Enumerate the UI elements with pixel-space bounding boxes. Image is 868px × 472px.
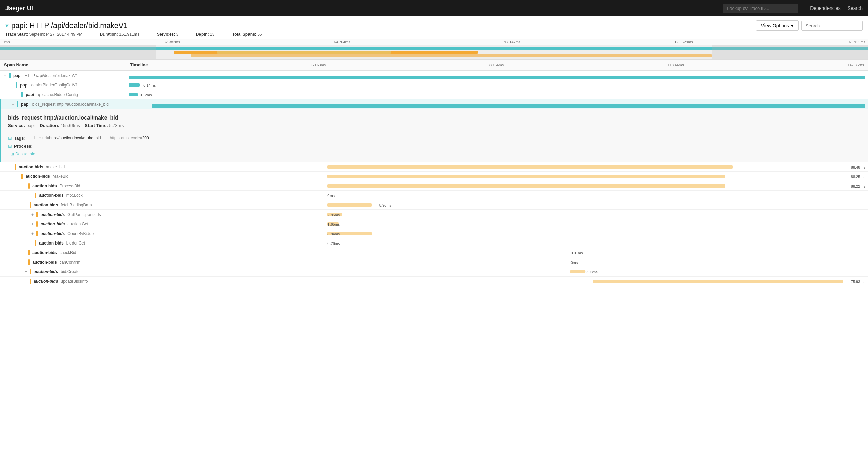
span-toggle	[25, 260, 26, 265]
span-service: auction-bids	[26, 174, 50, 179]
minimap-bar-orange-2	[191, 54, 712, 57]
span-left[interactable]: + auction-bids updateBidsInfo	[0, 277, 126, 286]
span-row-active: − papi bids_request http://auction.local…	[0, 99, 868, 109]
span-service: auction-bids	[32, 184, 57, 188]
tag-http-url: http.url=http://auction.local/make_bid	[34, 136, 101, 140]
span-row: + auction-bids bid.Create 2.98ms	[0, 267, 868, 277]
span-left[interactable]: + auction-bids bid.Create	[0, 267, 126, 276]
span-left[interactable]: auction-bids checkBid	[0, 248, 126, 257]
span-operation: GetParticipantsIds	[67, 212, 101, 217]
span-left[interactable]: auction-bids ProcessBid	[0, 181, 126, 190]
span-service: auction-bids	[41, 212, 65, 217]
span-operation: fetchBiddingData	[61, 203, 92, 207]
span-left[interactable]: − auction-bids fetchBiddingData	[0, 200, 126, 209]
span-left[interactable]: − papi dealerBidderConfigGetV1	[0, 80, 126, 90]
span-name-header: Span Name	[0, 60, 126, 70]
debug-expand-icon: ⊞	[11, 152, 14, 156]
span-left[interactable]: auction-bids bidder.Get	[0, 238, 126, 248]
services: Services: 3	[157, 32, 185, 37]
span-right: 0ms	[126, 191, 868, 200]
span-operation: updateBidsInfo	[61, 279, 88, 284]
tags-label: Tags:	[14, 136, 26, 141]
span-right: 88.25ms	[126, 172, 868, 181]
span-bar	[327, 203, 372, 207]
dependencies-link[interactable]: Dependencies	[810, 5, 841, 11]
span-service: auction-bids	[34, 269, 58, 274]
span-operation: auction.Get	[67, 222, 88, 226]
span-bar-label: 0.14ms	[143, 83, 156, 88]
timeline-label: Timeline	[130, 62, 148, 67]
detail-title: bids_request http://auction.local/make_b…	[8, 115, 861, 121]
span-toggle[interactable]: +	[25, 269, 27, 274]
span-toggle[interactable]: −	[11, 83, 13, 88]
span-color-bar	[15, 164, 16, 170]
timeline-ticks: 60.63ms 89.54ms 118.44ms 147.35ms	[148, 63, 864, 67]
span-row: auction-bids bidder.Get 0.26ms	[0, 238, 868, 248]
span-operation: bids_request http://auction.local/make_b…	[32, 102, 109, 107]
span-toggle[interactable]: −	[4, 73, 6, 78]
span-operation: HTTP /api/dealer/bid.makeV1	[25, 73, 78, 78]
span-color-bar	[17, 101, 18, 107]
span-bar-label: 8.96ms	[379, 203, 391, 207]
span-bar-label: 2.85ms	[327, 213, 340, 217]
span-color-bar	[9, 73, 11, 78]
span-color-bar	[35, 193, 36, 198]
header-search-input[interactable]	[801, 21, 863, 31]
minimap-shade-right	[712, 45, 868, 60]
span-bar-label: 0.12ms	[140, 93, 152, 97]
tick-2: 89.54ms	[489, 63, 504, 67]
process-label: Process:	[14, 144, 33, 149]
span-bar-label: 2.98ms	[585, 270, 598, 274]
span-color-bar	[36, 212, 38, 217]
span-bar	[129, 83, 140, 87]
span-color-bar	[21, 174, 23, 179]
span-bar-label: 1.65ms	[327, 222, 340, 226]
span-row: + auction-bids CountByBidder 8.84ms	[0, 229, 868, 238]
span-bar-label: 75.93ms	[851, 280, 865, 284]
span-service: auction-bids	[41, 231, 65, 236]
collapse-icon[interactable]: ▾	[5, 22, 9, 29]
trace-lookup-input[interactable]	[723, 4, 798, 13]
detail-tags-section: ⊞ Tags: http.url=http://auction.local/ma…	[8, 135, 861, 141]
span-left[interactable]: auction-bids mtx.Lock	[0, 191, 126, 200]
span-bar-label: 0.01ms	[570, 251, 583, 255]
minimap-tick-4: 129.529ms	[674, 40, 693, 44]
minimap-tick-1: 32.382ms	[164, 40, 180, 44]
debug-info-link[interactable]: ⊞ Debug Info	[11, 152, 861, 156]
span-bar	[327, 184, 725, 188]
span-left[interactable]: − papi HTTP /api/dealer/bid.makeV1	[0, 71, 126, 80]
process-expand-icon[interactable]: ⊞	[8, 143, 12, 149]
span-left[interactable]: auction-bids canConfirm	[0, 257, 126, 267]
span-left[interactable]: + auction-bids CountByBidder	[0, 229, 126, 238]
span-left[interactable]: + auction-bids GetParticipantsIds	[0, 210, 126, 219]
span-toggle[interactable]: −	[25, 203, 27, 207]
main-content: Span Name Timeline 60.63ms 89.54ms 118.4…	[0, 60, 868, 286]
span-color-bar	[30, 269, 31, 274]
search-link[interactable]: Search	[848, 5, 863, 11]
span-row: auction-bids /make_bid 88.48ms	[0, 162, 868, 172]
span-bar	[593, 280, 843, 283]
duration: Duration: 161.911ms	[100, 32, 146, 37]
span-row: + auction-bids GetParticipantsIds 2.85ms	[0, 210, 868, 219]
minimap-bar-yellow-1	[217, 51, 391, 54]
span-toggle[interactable]: +	[31, 212, 34, 217]
minimap-scale: 0ms 32.382ms 64.764ms 97.147ms 129.529ms…	[0, 39, 868, 45]
timeline-header: Timeline 60.63ms 89.54ms 118.44ms 147.35…	[126, 60, 868, 70]
span-left[interactable]: − papi bids_request http://auction.local…	[1, 99, 127, 109]
span-left[interactable]: papi apicache.BidderConfig	[0, 90, 126, 99]
tags-expand-icon[interactable]: ⊞	[8, 135, 12, 141]
span-left[interactable]: auction-bids /make_bid	[0, 162, 126, 171]
view-options-button[interactable]: View Options ▾	[756, 20, 799, 31]
tag-http-status: http.status_code=200	[110, 136, 149, 140]
page-header: ▾ papi: HTTP /api/dealer/bid.makeV1 View…	[0, 16, 868, 39]
span-left[interactable]: + auction-bids auction.Get	[0, 219, 126, 229]
span-toggle[interactable]: +	[25, 279, 27, 284]
span-right: 8.84ms	[126, 229, 868, 238]
span-toggle[interactable]: +	[31, 231, 34, 236]
span-left[interactable]: auction-bids MakeBid	[0, 172, 126, 181]
span-toggle[interactable]: +	[31, 222, 34, 226]
span-service: auction-bids	[39, 241, 63, 246]
span-color-bar	[28, 250, 30, 255]
span-toggle[interactable]: −	[12, 102, 14, 107]
span-service: auction-bids	[34, 279, 58, 284]
